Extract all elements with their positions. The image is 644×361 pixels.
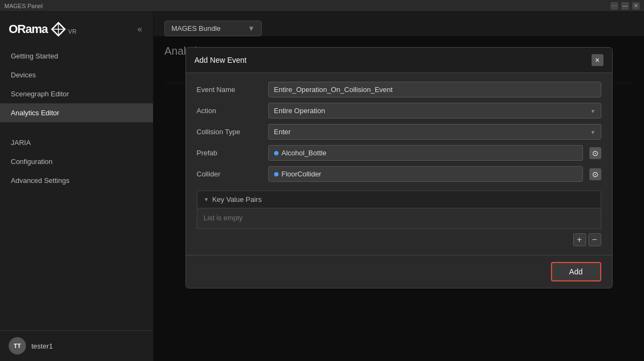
avatar: TT [9,337,26,355]
collider-label: Collider [197,170,262,178]
action-row: Action Entire Operation Single Step Cust… [197,103,601,119]
add-event-button[interactable]: Add [551,262,601,281]
prefab-value: Alcohol_Bottle [268,145,583,161]
collision-type-select[interactable]: Enter Exit Stay [268,124,601,140]
action-select[interactable]: Entire Operation Single Step Custom [268,103,601,119]
window-title: MAGES Panel [4,3,43,9]
window-controls: ⋯ — ✕ [610,2,640,10]
logo: ORama VR [9,21,76,38]
collision-type-label: Collision Type [197,128,262,136]
dropdown-arrow-icon: ▼ [248,24,255,32]
sidebar-item-devices[interactable]: Devices [0,65,153,84]
main-content: MAGES Bundle ▼ Analytics Errors Objectiv… [154,12,644,361]
event-name-label: Event Name [197,86,262,94]
logo-diamond-icon [50,21,67,38]
kv-label: Key Value Pairs [212,195,262,204]
title-bar: MAGES Panel ⋯ — ✕ [0,0,644,12]
collider-value: FloorCollider [268,166,583,182]
sidebar-nav: Getting Started Devices Scenegraph Edito… [0,42,153,330]
modal-body: Event Name Action Entire Operation Singl… [186,73,612,255]
logo-text: ORama [9,22,48,36]
kv-actions: + − [197,233,601,246]
sidebar-item-scenegraph-editor[interactable]: Scenegraph Editor [0,84,153,103]
sidebar-footer: TT tester1 [0,330,153,361]
event-name-row: Event Name [197,82,601,97]
collider-pick-button[interactable]: ⊙ [589,168,601,180]
key-value-pairs-section: ▼ Key Value Pairs List is empty + − [197,191,601,246]
event-name-input[interactable] [268,82,601,97]
close-icon[interactable]: ✕ [632,2,640,10]
modal-footer: Add [186,255,612,288]
kv-add-button[interactable]: + [573,233,586,246]
kv-body: List is empty [197,208,601,229]
sidebar-item-advanced-settings[interactable]: Advanced Settings [0,171,153,190]
collapse-sidebar-button[interactable]: « [135,22,144,36]
prefab-pick-button[interactable]: ⊙ [589,147,601,159]
main-header: MAGES Bundle ▼ [154,12,644,36]
collision-type-select-container: Enter Exit Stay ▼ [268,124,601,140]
sidebar-item-analytics-editor[interactable]: Analytics Editor [0,103,153,122]
collider-text: FloorCollider [282,170,322,178]
sidebar: ORama VR « Getting Started Devices Scene… [0,12,154,361]
modal-header: Add New Event × [186,48,612,73]
sidebar-item-jaria[interactable]: JARIA [0,133,153,152]
prefab-row: Prefab Alcohol_Bottle ⊙ [197,145,601,161]
minimize-icon[interactable]: — [621,2,629,10]
add-event-modal: Add New Event × Event Name Action [185,47,613,288]
modal-title: Add New Event [195,56,247,64]
modal-overlay: Add New Event × Event Name Action [154,36,644,361]
collider-row: Collider FloorCollider ⊙ [197,166,601,182]
action-label: Action [197,107,262,115]
app-container: ORama VR « Getting Started Devices Scene… [0,12,644,361]
username: tester1 [31,342,53,350]
modal-close-button[interactable]: × [592,54,603,66]
prefab-text: Alcohol_Bottle [282,149,327,157]
prefab-dot-icon [274,151,278,155]
more-icon[interactable]: ⋯ [610,2,618,10]
collision-type-row: Collision Type Enter Exit Stay ▼ [197,124,601,140]
kv-empty-message: List is empty [204,214,243,222]
prefab-label: Prefab [197,149,262,157]
content-area: Analytics Errors Objectives Events Add N… [154,36,644,361]
sidebar-item-configuration[interactable]: Configuration [0,152,153,171]
logo-vr-text: VR [68,28,76,35]
bundle-dropdown[interactable]: MAGES Bundle ▼ [164,21,262,36]
sidebar-section-secondary: JARIA Configuration Advanced Settings [0,122,153,194]
action-select-container: Entire Operation Single Step Custom ▼ [268,103,601,119]
kv-remove-button[interactable]: − [588,233,601,246]
sidebar-item-getting-started[interactable]: Getting Started [0,47,153,65]
collider-dot-icon [274,172,278,176]
kv-header: ▼ Key Value Pairs [197,191,601,208]
sidebar-header: ORama VR « [0,12,153,42]
kv-triangle-icon: ▼ [204,196,209,202]
